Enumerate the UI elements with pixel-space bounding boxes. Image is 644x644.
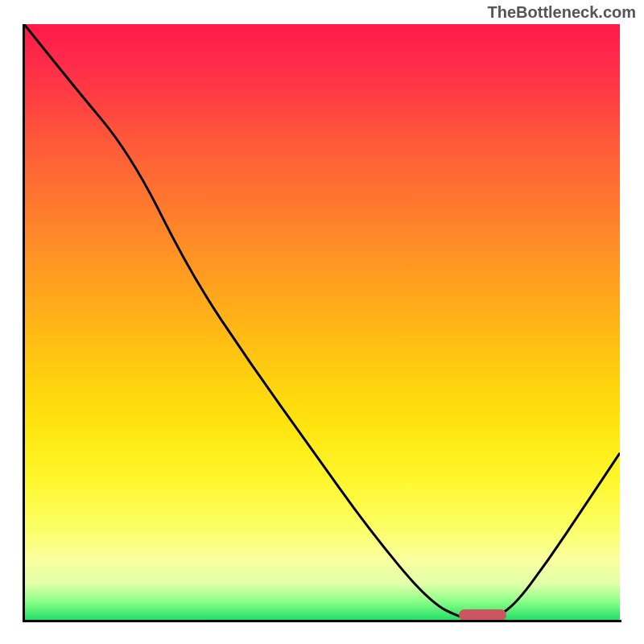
x-axis-line xyxy=(23,620,621,622)
watermark-text: TheBottleneck.com xyxy=(488,3,636,22)
chart-container: TheBottleneck.com xyxy=(0,0,644,644)
plot-area xyxy=(24,24,620,620)
gradient-background xyxy=(24,24,620,620)
y-axis-line xyxy=(23,24,25,621)
